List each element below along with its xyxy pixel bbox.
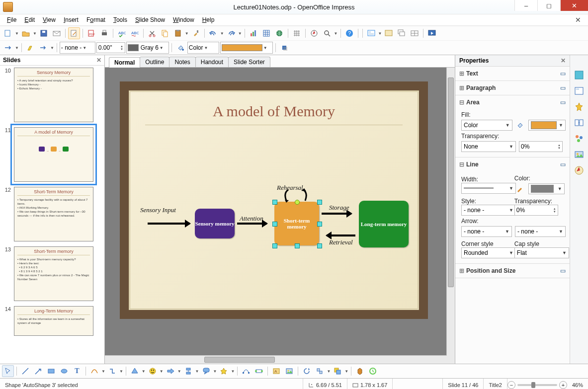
auto-spellcheck-button[interactable]: ABC xyxy=(129,27,141,39)
selection-tool-button[interactable] xyxy=(2,365,14,377)
curve-tool-button[interactable] xyxy=(88,365,100,377)
symbol-shapes-button[interactable] xyxy=(147,365,159,377)
arrow-tool-button[interactable] xyxy=(2,42,14,54)
slide-thumbnail[interactable]: Long-Term Memory • Stores all the inform… xyxy=(14,306,93,336)
slide-thumbnail[interactable]: Short-Term memory • What is your Short-t… xyxy=(14,246,93,301)
chart-button[interactable] xyxy=(248,27,259,39)
fill-type-select[interactable]: Color▼ xyxy=(461,120,512,131)
open-button[interactable] xyxy=(20,27,32,39)
fill-bucket-icon[interactable] xyxy=(515,120,526,131)
export-pdf-button[interactable]: PDF xyxy=(85,27,97,39)
arrange-button[interactable] xyxy=(332,365,343,377)
pencil-icon[interactable] xyxy=(514,183,525,194)
menu-slideshow[interactable]: Slide Show xyxy=(131,15,169,24)
ellipse-tool-button[interactable] xyxy=(58,365,70,377)
menu-tools[interactable]: Tools xyxy=(109,15,131,24)
line-tool-button[interactable] xyxy=(19,365,31,377)
duplicate-slide-button[interactable] xyxy=(396,27,408,39)
zoom-in-button[interactable]: + xyxy=(559,381,567,389)
copy-button[interactable] xyxy=(159,27,171,39)
maximize-button[interactable]: ◻ xyxy=(537,0,560,11)
fill-color-picker[interactable]: ▼ xyxy=(528,120,566,131)
section-area[interactable]: Area xyxy=(466,99,480,106)
line-style-select2[interactable]: - none -▼ xyxy=(461,205,516,216)
zoom-out-button[interactable]: − xyxy=(507,381,515,389)
menu-view[interactable]: View xyxy=(39,15,60,24)
redo-button[interactable] xyxy=(225,27,237,39)
close-document-button[interactable]: ✕ xyxy=(571,16,585,24)
glue-points-button[interactable] xyxy=(253,365,265,377)
slide-layout-button[interactable] xyxy=(365,27,377,39)
dropdown-caret-icon[interactable]: ▼ xyxy=(185,31,189,36)
arrow-storage[interactable] xyxy=(322,213,351,215)
arrow-style-button[interactable] xyxy=(37,42,49,54)
help-button[interactable]: ? xyxy=(343,27,355,39)
interaction-button[interactable] xyxy=(367,365,379,377)
fill-type-select[interactable]: Color ▼ xyxy=(187,42,219,54)
tab-normal[interactable]: Normal xyxy=(109,57,140,68)
connectors-button[interactable] xyxy=(106,365,118,377)
menu-window[interactable]: Window xyxy=(169,15,198,24)
box-sensory[interactable]: Sensory memory xyxy=(195,209,235,238)
expand-slide-button[interactable] xyxy=(409,27,420,39)
section-paragraph[interactable]: Paragraph xyxy=(466,84,496,91)
fontwork-button[interactable]: A xyxy=(270,365,282,377)
minimize-button[interactable]: – xyxy=(514,0,537,11)
edit-mode-button[interactable] xyxy=(68,27,80,39)
line-width-select[interactable]: ▼ xyxy=(461,183,516,194)
dropdown-caret-icon[interactable]: ▼ xyxy=(33,31,37,36)
sidebar-properties-icon[interactable] xyxy=(573,69,585,81)
basic-shapes-button[interactable] xyxy=(129,365,141,377)
dropdown-caret-icon[interactable]: ▼ xyxy=(334,31,338,36)
points-edit-button[interactable] xyxy=(240,365,252,377)
arrow-retrieval[interactable] xyxy=(327,234,355,236)
hyperlink-button[interactable] xyxy=(273,27,285,39)
highlight-button[interactable] xyxy=(24,42,36,54)
save-button[interactable] xyxy=(38,27,50,39)
navigator-button[interactable] xyxy=(308,27,320,39)
sidebar-slide-transition-icon[interactable] xyxy=(573,117,585,129)
spellcheck-button[interactable]: ABC xyxy=(116,27,128,39)
sidebar-custom-animation-icon[interactable] xyxy=(573,101,585,113)
slide-canvas[interactable]: A model of Memory Sensory Input Attentio… xyxy=(120,81,428,319)
rectangle-tool-button[interactable] xyxy=(45,365,57,377)
corner-style-select[interactable]: Rounded▼ xyxy=(461,247,516,258)
section-more-icon[interactable]: ▭ xyxy=(560,99,566,106)
shadow-button[interactable] xyxy=(278,42,290,54)
section-more-icon[interactable]: ▭ xyxy=(560,84,566,91)
menu-edit[interactable]: Edit xyxy=(20,15,39,24)
dropdown-caret-icon[interactable]: ▼ xyxy=(15,46,19,50)
menu-insert[interactable]: Insert xyxy=(60,15,83,24)
arrow-input[interactable] xyxy=(148,223,190,225)
text-tool-button[interactable]: T xyxy=(71,365,83,377)
alignment-button[interactable] xyxy=(314,365,326,377)
section-more-icon[interactable]: ▭ xyxy=(560,267,566,274)
tab-notes[interactable]: Notes xyxy=(169,57,195,67)
transparency-type-select[interactable]: None▼ xyxy=(461,141,516,152)
sidebar-master-pages-icon[interactable] xyxy=(573,85,585,97)
menu-format[interactable]: Format xyxy=(83,15,109,24)
slide-thumbnail[interactable]: A model of Memory → → xyxy=(14,127,93,182)
line-style-select[interactable]: - none - ▼ xyxy=(60,42,95,54)
slide-design-button[interactable] xyxy=(383,27,395,39)
section-line[interactable]: Line xyxy=(466,161,479,168)
slides-panel-close-icon[interactable]: ✕ xyxy=(96,57,101,64)
vertical-scrollbar[interactable] xyxy=(446,68,455,364)
print-button[interactable] xyxy=(98,27,110,39)
zoom-slider[interactable] xyxy=(517,384,557,386)
box-longterm[interactable]: Long-term memory xyxy=(359,201,409,247)
start-slideshow-button[interactable] xyxy=(426,27,438,39)
section-more-icon[interactable]: ▭ xyxy=(560,70,566,77)
sidebar-styles-icon[interactable] xyxy=(573,133,585,145)
fill-color-select[interactable]: ▼ xyxy=(220,42,273,54)
from-file-button[interactable] xyxy=(283,365,295,377)
line-color-select[interactable]: Gray 6 ▼ xyxy=(126,42,169,54)
box-shortterm[interactable]: Short-term memory xyxy=(274,202,319,245)
fill-bucket-button[interactable] xyxy=(174,42,186,54)
cap-style-select[interactable]: Flat▼ xyxy=(514,247,569,258)
callouts-button[interactable] xyxy=(200,365,212,377)
grid-button[interactable] xyxy=(291,27,303,39)
close-button[interactable]: ✕ xyxy=(560,0,588,11)
section-more-icon[interactable]: ▭ xyxy=(560,161,566,168)
arrow-rehearsal-loop[interactable] xyxy=(283,188,308,204)
